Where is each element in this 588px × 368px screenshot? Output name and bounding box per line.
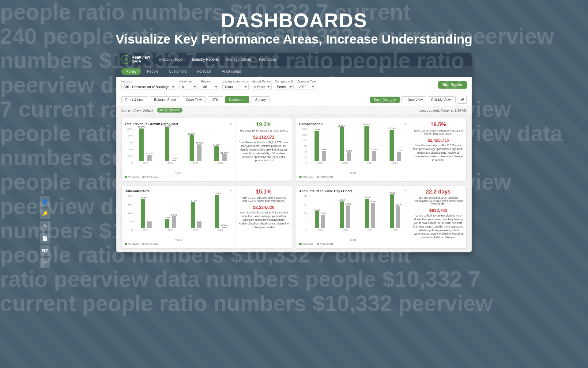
sub-chart-menu[interactable]: ≡ — [230, 189, 232, 194]
sub-chart-title: Subcontractors — [125, 189, 149, 193]
revenue-chart-menu[interactable]: ≡ — [230, 121, 232, 126]
region-filter: Region All — [201, 80, 219, 90]
nav-resources[interactable]: Resources — [256, 56, 280, 63]
comp-bar-2021: 26.24% 7.41% 2021 — [359, 128, 382, 164]
revenue-legend: You 12/31 Peers 12/31 — [125, 175, 232, 178]
industry-select[interactable]: 236 - Construction of Buildings — [121, 84, 176, 90]
region-select[interactable]: All — [201, 84, 219, 90]
sub-x-axis: Years — [125, 238, 232, 241]
comp-metric-dollar: $2,428,735 — [413, 138, 463, 143]
tab-balance-sheet[interactable]: Balance Sheet — [150, 96, 180, 103]
revenue-metric-pct-desc: You grew 19.3% faster than your peers. — [239, 129, 289, 132]
edit-my-views-button[interactable]: Edit My Views — [428, 96, 456, 103]
last-updated: Last updated: Today at 9:34 AM — [419, 109, 467, 112]
dashboard-content: Total Revenue Growth Rate Chart ≡ 100% 8… — [116, 114, 472, 252]
sub-bar-2020: 4.29% 5.57% 2020 — [159, 195, 182, 232]
edit-icon[interactable]: ✎ — [40, 221, 50, 231]
revenue-metric-dollar: $2,112,672 — [239, 135, 289, 140]
view-bar: Current View: Default All Can View ✎ Las… — [116, 106, 472, 114]
sub-metric-pct-desc: Your COGS-Subcontractors expense was 15.… — [239, 196, 289, 202]
sub-legend: You 12/31 Peers 12/31 — [125, 243, 232, 245]
profile-icon[interactable]: 👤 — [40, 196, 50, 207]
report-period-select[interactable]: 4 Years — [252, 84, 272, 90]
revenue-select[interactable]: All — [179, 84, 198, 90]
ar-bar-2022: 62.88 40.67 2022 — [383, 195, 407, 232]
ar-chart-right: 22.2 days You are collecting your Accoun… — [410, 186, 466, 248]
tab-forecast[interactable]: Forecast — [193, 68, 216, 75]
nav-manage-clients[interactable]: Manage Clients — [223, 56, 255, 63]
hero-section: DASHBOARDS Visualize Key Performance Are… — [116, 9, 473, 47]
comp-bar-2019: 22.18% 7.33% 2019 — [308, 128, 332, 164]
file-export-icon[interactable]: 📄 — [40, 233, 50, 243]
display-columns-select[interactable]: Years — [222, 84, 249, 90]
compensation-chart-menu[interactable]: ≡ — [404, 121, 407, 126]
tab-cash-flow[interactable]: Cash Flow — [182, 96, 206, 103]
revenue-metric-detail: Your Revenue Growth is $2,112,672 more t… — [239, 141, 289, 163]
tab-survey[interactable]: Survey — [251, 96, 270, 103]
save-changes-button[interactable]: Save Changes — [370, 97, 400, 103]
ar-metric-detail: You are collecting your Receivables much… — [413, 214, 463, 240]
nav-practice-report[interactable]: Practice Report — [156, 56, 188, 63]
report-period-filter: Report Period 4 Years — [252, 80, 272, 90]
tab-kfis[interactable]: KFI's — [208, 96, 223, 103]
comp-x-axis: Years — [299, 171, 407, 174]
subcontractors-chart-card: Subcontractors ≡ 20% 15% 10% 5% 0 — [121, 185, 292, 249]
top-nav: PEERVIEW DATA Practice Report Industry R… — [116, 53, 472, 66]
chart-icon-button[interactable]: ⏎ — [458, 96, 467, 104]
nav-links: Practice Report Industry Reports Manage … — [156, 56, 280, 63]
revenue-x-axis: Years — [125, 171, 232, 174]
revenue-bar-2020: 79.17% 1.30% 2020 — [159, 128, 182, 164]
sub-chart-right: 15.1% Your COGS-Subcontractors expense w… — [235, 186, 292, 248]
tab-people[interactable]: People — [143, 68, 163, 75]
comp-bar-2022: 23.09% 6.64% 2022 — [383, 128, 407, 164]
access-badge[interactable]: All Can View ✎ — [157, 108, 182, 113]
tab-audit[interactable]: Audit (Beta) — [217, 68, 245, 75]
filter-bar: Industry 236 - Construction of Buildings… — [116, 77, 472, 93]
ar-chart-title: Accounts Receivable Days Chart — [299, 189, 352, 193]
app-container: PEERVIEW DATA Practice Report Industry R… — [116, 53, 472, 252]
compare-with-filter: Compare with Peers — [275, 80, 294, 90]
current-view-label: Current View: Default — [121, 109, 153, 112]
help-icon[interactable]: ? — [40, 258, 50, 268]
tab-customers[interactable]: Customers — [164, 68, 191, 75]
calendar-year-select[interactable]: 2022 — [297, 84, 316, 90]
comp-bar-2020: 25.12% 6.24% 2020 — [334, 128, 357, 164]
display-columns-filter: Display columns by Years — [222, 80, 249, 90]
revenue-label: Revenue — [179, 80, 198, 83]
key-icon[interactable]: 🔑 — [40, 209, 50, 219]
charts-grid: Total Revenue Growth Rate Chart ≡ 100% 8… — [121, 118, 467, 249]
logo-text: PEERVIEW DATA — [132, 56, 150, 63]
calendar-year-filter: Calendar Year 2022 — [297, 80, 316, 90]
new-view-button[interactable]: + New View — [401, 96, 426, 103]
nav-industry-reports[interactable]: Industry Reports — [189, 56, 222, 63]
ar-chart-menu[interactable]: ≡ — [404, 189, 407, 194]
tab-dashboard[interactable]: Dashboard — [225, 96, 250, 103]
revenue-filter: Revenue All — [179, 80, 198, 90]
logo-icon — [121, 55, 130, 64]
comp-metric-pct-desc: Your Compensation expense was 16.5% high… — [413, 129, 463, 135]
revenue-chart-right: 19.3% You grew 19.3% faster than your pe… — [235, 118, 292, 181]
side-icons-panel: 👤 🔑 ✎ 📄 PDF ? — [40, 196, 50, 268]
compensation-chart-card: Compensation ≡ 30% 25% 20% 15% 10% 5% — [296, 118, 467, 182]
compensation-chart-title: Compensation — [299, 122, 322, 126]
ar-legend: You 12/31 Peers 12/31 — [299, 243, 407, 245]
tab-money[interactable]: Money — [121, 68, 141, 75]
run-report-button[interactable]: Run Report — [438, 81, 467, 89]
pdf-icon[interactable]: PDF — [40, 245, 50, 256]
tab-profit-loss[interactable]: Profit & Loss — [121, 96, 148, 103]
ar-bar-2019: 31.25 25.40 2019 — [308, 195, 332, 232]
compensation-chart-right: 16.5% Your Compensation expense was 16.5… — [410, 118, 466, 181]
sub-metric-dollar: $2,224,626 — [239, 205, 289, 210]
region-label: Region — [201, 80, 219, 83]
ar-metric-dollar: $910,762 — [413, 208, 463, 213]
sub-bar-2019: 13.59% 2019 — [134, 195, 157, 232]
hero-subtitle: Visualize Key Performance Areas, Increas… — [116, 32, 473, 47]
hero-title: DASHBOARDS — [116, 9, 473, 32]
compare-with-select[interactable]: Peers — [275, 84, 294, 90]
sub-bar-2022: 15.62% 0.55% 2022 — [209, 195, 232, 232]
industry-label: Industry — [121, 80, 176, 83]
revenue-metric-pct: 19.3% — [239, 121, 289, 128]
report-period-label: Report Period — [252, 80, 272, 83]
sub-bar-2021: 12.15% 2021 — [184, 195, 207, 232]
ar-bar-2021: 55.04 47.40 2021 — [359, 195, 382, 232]
